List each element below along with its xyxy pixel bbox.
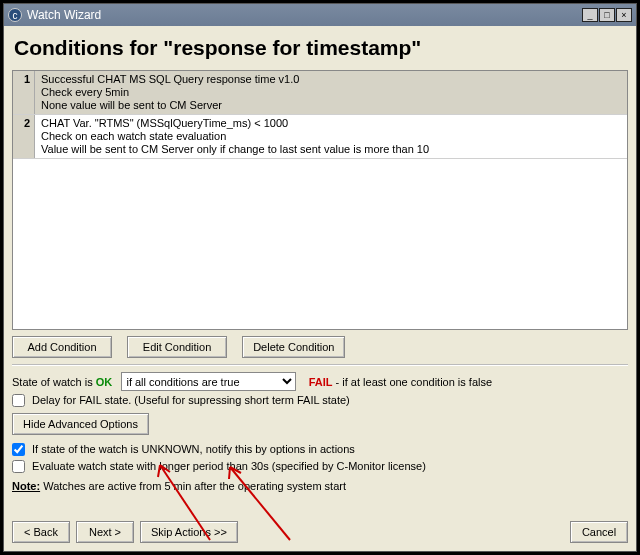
state-select[interactable]: if all conditions are true	[121, 372, 296, 391]
delete-condition-button[interactable]: Delete Condition	[242, 336, 345, 358]
nav-buttons: < Back Next > Skip Actions >> Cancel	[12, 521, 628, 543]
note-text: Watches are active from 5 min after the …	[43, 480, 346, 492]
row-index: 1	[13, 71, 35, 114]
conditions-table[interactable]: 1 Successful CHAT MS SQL Query response …	[12, 70, 628, 330]
page-title: Conditions for "response for timestamp"	[14, 36, 628, 60]
state-post: - if at least one condition is false	[336, 376, 493, 388]
cancel-button[interactable]: Cancel	[570, 521, 628, 543]
state-fail: FAIL	[309, 376, 333, 388]
cond-line: Value will be sent to CM Server only if …	[41, 143, 429, 156]
divider	[12, 364, 628, 366]
app-icon: c	[8, 8, 22, 22]
cond-line: Check on each watch state evaluation	[41, 130, 429, 143]
window-frame: c Watch Wizard _ □ × Conditions for "res…	[3, 3, 637, 552]
cond-line: None value will be sent to CM Server	[41, 99, 299, 112]
unknown-checkbox[interactable]	[12, 443, 25, 456]
content-area: Conditions for "response for timestamp" …	[4, 26, 636, 551]
hide-advanced-button[interactable]: Hide Advanced Options	[12, 413, 149, 435]
longer-text: Evaluate watch state with longer period …	[32, 460, 426, 472]
table-row[interactable]: 1 Successful CHAT MS SQL Query response …	[13, 71, 627, 115]
add-condition-button[interactable]: Add Condition	[12, 336, 112, 358]
back-button[interactable]: < Back	[12, 521, 70, 543]
cond-line: Successful CHAT MS SQL Query response ti…	[41, 73, 299, 86]
maximize-button[interactable]: □	[599, 8, 615, 22]
delay-text: Delay for FAIL state. (Useful for supres…	[32, 394, 350, 406]
state-pre: State of watch is	[12, 376, 96, 388]
unknown-text: If state of the watch is UNKNOWN, notify…	[32, 443, 355, 455]
state-ok: OK	[96, 376, 113, 388]
table-row[interactable]: 2 CHAT Var. "RTMS" (MSSqlQueryTime_ms) <…	[13, 115, 627, 159]
row-body: Successful CHAT MS SQL Query response ti…	[35, 71, 305, 114]
cond-line: CHAT Var. "RTMS" (MSSqlQueryTime_ms) < 1…	[41, 117, 429, 130]
skip-actions-button[interactable]: Skip Actions >>	[140, 521, 238, 543]
longer-check-label[interactable]: Evaluate watch state with longer period …	[12, 460, 426, 474]
row-index: 2	[13, 115, 35, 158]
edit-condition-button[interactable]: Edit Condition	[127, 336, 227, 358]
cond-line: Check every 5min	[41, 86, 299, 99]
note-line: Note: Watches are active from 5 min afte…	[12, 480, 628, 492]
titlebar: c Watch Wizard _ □ ×	[4, 4, 636, 26]
state-line: State of watch is OK if all conditions a…	[12, 372, 628, 391]
unknown-check-label[interactable]: If state of the watch is UNKNOWN, notify…	[12, 443, 355, 457]
next-button[interactable]: Next >	[76, 521, 134, 543]
longer-checkbox[interactable]	[12, 460, 25, 473]
close-button[interactable]: ×	[616, 8, 632, 22]
minimize-button[interactable]: _	[582, 8, 598, 22]
delay-check-label[interactable]: Delay for FAIL state. (Useful for supres…	[12, 394, 350, 408]
note-label: Note:	[12, 480, 40, 492]
row-body: CHAT Var. "RTMS" (MSSqlQueryTime_ms) < 1…	[35, 115, 435, 158]
window-title: Watch Wizard	[27, 8, 582, 22]
delay-checkbox[interactable]	[12, 394, 25, 407]
